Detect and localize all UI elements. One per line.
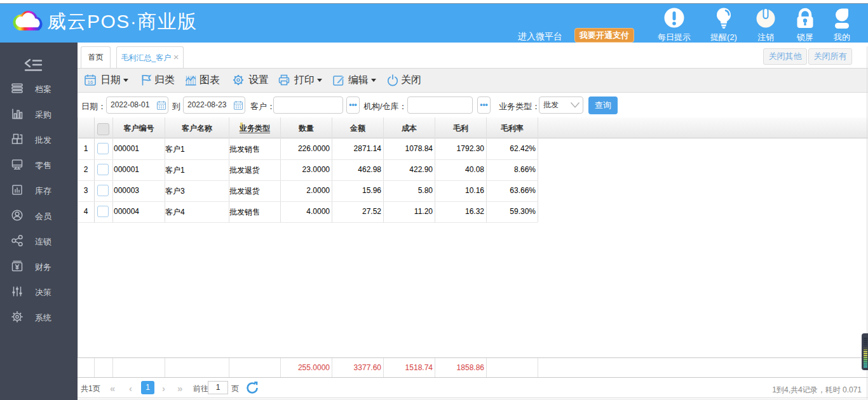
svg-text:16: 16: [88, 79, 93, 85]
